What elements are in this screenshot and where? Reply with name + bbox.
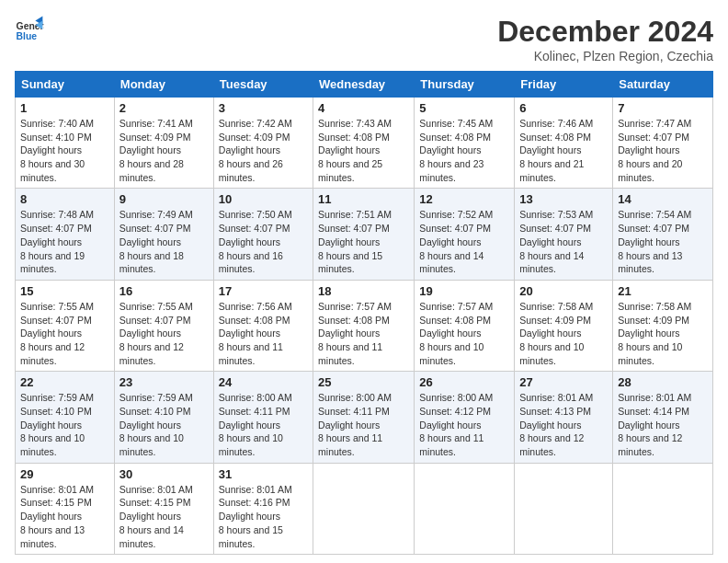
day-number: 23 — [119, 375, 209, 389]
day-info: Sunrise: 8:01 AMSunset: 4:15 PMDaylight … — [119, 483, 209, 550]
calendar-cell: 30Sunrise: 8:01 AMSunset: 4:15 PMDayligh… — [114, 463, 213, 554]
day-number: 14 — [618, 192, 708, 206]
day-number: 12 — [419, 192, 509, 206]
day-number: 15 — [20, 284, 109, 298]
day-info: Sunrise: 7:58 AMSunset: 4:09 PMDaylight … — [519, 300, 608, 367]
day-info: Sunrise: 7:49 AMSunset: 4:07 PMDaylight … — [119, 208, 209, 275]
day-number: 1 — [20, 101, 109, 115]
svg-text:Blue: Blue — [17, 31, 38, 41]
day-number: 4 — [318, 101, 409, 115]
day-number: 25 — [318, 375, 409, 389]
calendar-week-3: 15Sunrise: 7:55 AMSunset: 4:07 PMDayligh… — [16, 280, 713, 371]
calendar-cell: 23Sunrise: 7:59 AMSunset: 4:10 PMDayligh… — [114, 372, 213, 463]
calendar-cell: 22Sunrise: 7:59 AMSunset: 4:10 PMDayligh… — [16, 372, 115, 463]
calendar-cell: 2Sunrise: 7:41 AMSunset: 4:09 PMDaylight… — [114, 98, 213, 189]
calendar-cell: 16Sunrise: 7:55 AMSunset: 4:07 PMDayligh… — [114, 280, 213, 371]
calendar-cell: 9Sunrise: 7:49 AMSunset: 4:07 PMDaylight… — [114, 189, 213, 280]
day-number: 18 — [318, 284, 409, 298]
weekday-header-wednesday: Wednesday — [313, 72, 415, 98]
day-number: 10 — [219, 192, 308, 206]
day-info: Sunrise: 7:59 AMSunset: 4:10 PMDaylight … — [119, 391, 209, 458]
title-block: December 2024 Kolinec, Plzen Region, Cze… — [497, 15, 713, 63]
day-number: 9 — [119, 192, 209, 206]
day-info: Sunrise: 8:00 AMSunset: 4:11 PMDaylight … — [318, 391, 409, 458]
day-info: Sunrise: 8:00 AMSunset: 4:11 PMDaylight … — [219, 391, 308, 458]
calendar-cell: 19Sunrise: 7:57 AMSunset: 4:08 PMDayligh… — [415, 280, 515, 371]
day-info: Sunrise: 7:50 AMSunset: 4:07 PMDaylight … — [219, 208, 308, 275]
day-number: 27 — [519, 375, 608, 389]
day-info: Sunrise: 7:55 AMSunset: 4:07 PMDaylight … — [119, 300, 209, 367]
day-number: 6 — [519, 101, 608, 115]
calendar-cell: 1Sunrise: 7:40 AMSunset: 4:10 PMDaylight… — [16, 98, 115, 189]
day-info: Sunrise: 7:40 AMSunset: 4:10 PMDaylight … — [20, 117, 109, 184]
day-info: Sunrise: 7:57 AMSunset: 4:08 PMDaylight … — [318, 300, 409, 367]
day-number: 24 — [219, 375, 308, 389]
day-number: 29 — [20, 467, 109, 481]
day-info: Sunrise: 7:59 AMSunset: 4:10 PMDaylight … — [20, 391, 109, 458]
calendar-cell: 14Sunrise: 7:54 AMSunset: 4:07 PMDayligh… — [613, 189, 713, 280]
calendar-cell: 15Sunrise: 7:55 AMSunset: 4:07 PMDayligh… — [16, 280, 115, 371]
calendar-cell: 10Sunrise: 7:50 AMSunset: 4:07 PMDayligh… — [213, 189, 313, 280]
day-info: Sunrise: 7:56 AMSunset: 4:08 PMDaylight … — [219, 300, 308, 367]
calendar-cell: 18Sunrise: 7:57 AMSunset: 4:08 PMDayligh… — [313, 280, 415, 371]
day-info: Sunrise: 8:00 AMSunset: 4:12 PMDaylight … — [419, 391, 509, 458]
day-info: Sunrise: 7:51 AMSunset: 4:07 PMDaylight … — [318, 208, 409, 275]
calendar-cell — [515, 463, 613, 554]
calendar-cell: 7Sunrise: 7:47 AMSunset: 4:07 PMDaylight… — [613, 98, 713, 189]
calendar-cell: 11Sunrise: 7:51 AMSunset: 4:07 PMDayligh… — [313, 189, 415, 280]
day-info: Sunrise: 8:01 AMSunset: 4:14 PMDaylight … — [618, 391, 708, 458]
day-info: Sunrise: 7:58 AMSunset: 4:09 PMDaylight … — [618, 300, 708, 367]
day-info: Sunrise: 7:53 AMSunset: 4:07 PMDaylight … — [519, 208, 608, 275]
day-number: 13 — [519, 192, 608, 206]
day-number: 19 — [419, 284, 509, 298]
logo: General Blue — [15, 15, 44, 44]
day-info: Sunrise: 8:01 AMSunset: 4:16 PMDaylight … — [219, 483, 308, 550]
calendar-week-1: 1Sunrise: 7:40 AMSunset: 4:10 PMDaylight… — [16, 98, 713, 189]
calendar-cell: 3Sunrise: 7:42 AMSunset: 4:09 PMDaylight… — [213, 98, 313, 189]
page-header: General Blue December 2024 Kolinec, Plze… — [15, 15, 713, 63]
day-info: Sunrise: 7:41 AMSunset: 4:09 PMDaylight … — [119, 117, 209, 184]
calendar-table: SundayMondayTuesdayWednesdayThursdayFrid… — [15, 71, 713, 555]
day-info: Sunrise: 7:55 AMSunset: 4:07 PMDaylight … — [20, 300, 109, 367]
day-info: Sunrise: 8:01 AMSunset: 4:13 PMDaylight … — [519, 391, 608, 458]
calendar-cell: 12Sunrise: 7:52 AMSunset: 4:07 PMDayligh… — [415, 189, 515, 280]
day-number: 7 — [618, 101, 708, 115]
day-number: 17 — [219, 284, 308, 298]
weekday-header-sunday: Sunday — [16, 72, 115, 98]
weekday-header-thursday: Thursday — [415, 72, 515, 98]
day-info: Sunrise: 7:46 AMSunset: 4:08 PMDaylight … — [519, 117, 608, 184]
calendar-cell: 28Sunrise: 8:01 AMSunset: 4:14 PMDayligh… — [613, 372, 713, 463]
day-number: 3 — [219, 101, 308, 115]
calendar-cell: 21Sunrise: 7:58 AMSunset: 4:09 PMDayligh… — [613, 280, 713, 371]
calendar-cell: 13Sunrise: 7:53 AMSunset: 4:07 PMDayligh… — [515, 189, 613, 280]
calendar-cell: 24Sunrise: 8:00 AMSunset: 4:11 PMDayligh… — [213, 372, 313, 463]
day-number: 21 — [618, 284, 708, 298]
calendar-week-2: 8Sunrise: 7:48 AMSunset: 4:07 PMDaylight… — [16, 189, 713, 280]
calendar-cell — [415, 463, 515, 554]
day-info: Sunrise: 7:48 AMSunset: 4:07 PMDaylight … — [20, 208, 109, 275]
location-subtitle: Kolinec, Plzen Region, Czechia — [497, 49, 713, 63]
weekday-header-monday: Monday — [114, 72, 213, 98]
day-number: 2 — [119, 101, 209, 115]
calendar-week-5: 29Sunrise: 8:01 AMSunset: 4:15 PMDayligh… — [16, 463, 713, 554]
day-info: Sunrise: 7:54 AMSunset: 4:07 PMDaylight … — [618, 208, 708, 275]
day-info: Sunrise: 7:57 AMSunset: 4:08 PMDaylight … — [419, 300, 509, 367]
day-info: Sunrise: 7:42 AMSunset: 4:09 PMDaylight … — [219, 117, 308, 184]
calendar-week-4: 22Sunrise: 7:59 AMSunset: 4:10 PMDayligh… — [16, 372, 713, 463]
calendar-cell: 5Sunrise: 7:45 AMSunset: 4:08 PMDaylight… — [415, 98, 515, 189]
day-number: 31 — [219, 467, 308, 481]
weekday-header-row: SundayMondayTuesdayWednesdayThursdayFrid… — [16, 72, 713, 98]
day-info: Sunrise: 7:45 AMSunset: 4:08 PMDaylight … — [419, 117, 509, 184]
logo-icon: General Blue — [15, 15, 44, 44]
weekday-header-tuesday: Tuesday — [213, 72, 313, 98]
calendar-cell: 8Sunrise: 7:48 AMSunset: 4:07 PMDaylight… — [16, 189, 115, 280]
calendar-cell: 27Sunrise: 8:01 AMSunset: 4:13 PMDayligh… — [515, 372, 613, 463]
calendar-cell: 29Sunrise: 8:01 AMSunset: 4:15 PMDayligh… — [16, 463, 115, 554]
calendar-cell: 17Sunrise: 7:56 AMSunset: 4:08 PMDayligh… — [213, 280, 313, 371]
day-info: Sunrise: 8:01 AMSunset: 4:15 PMDaylight … — [20, 483, 109, 550]
day-number: 28 — [618, 375, 708, 389]
day-info: Sunrise: 7:52 AMSunset: 4:07 PMDaylight … — [419, 208, 509, 275]
calendar-cell — [313, 463, 415, 554]
weekday-header-saturday: Saturday — [613, 72, 713, 98]
day-number: 16 — [119, 284, 209, 298]
